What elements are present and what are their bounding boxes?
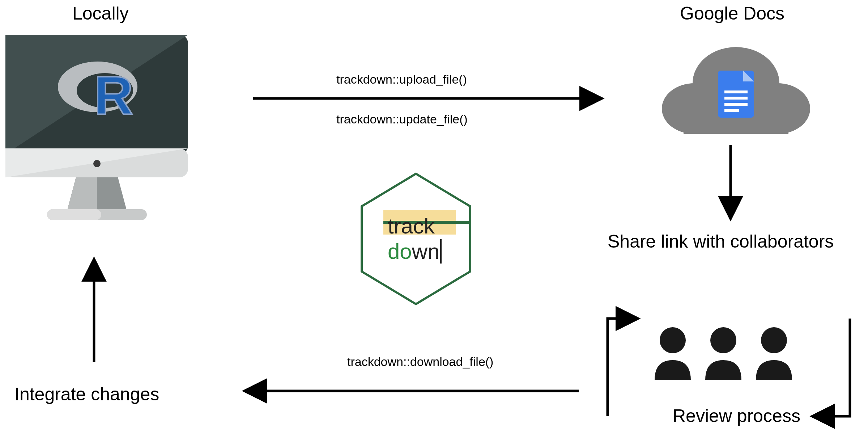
- arrow-review-right: [814, 319, 850, 416]
- arrow-review-left: [608, 319, 637, 416]
- arrows: [0, 0, 868, 434]
- diagram-canvas: Locally Google Docs Share link with coll…: [0, 0, 868, 434]
